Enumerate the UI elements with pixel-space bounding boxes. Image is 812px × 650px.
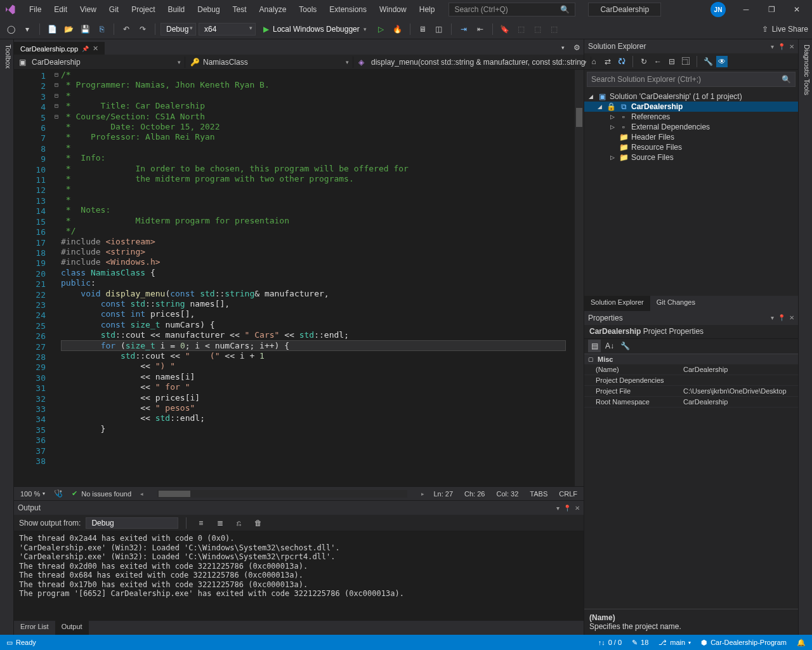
new-project-icon[interactable]: 📄 — [45, 22, 59, 36]
maximize-button[interactable]: ❐ — [759, 1, 784, 18]
props-row[interactable]: Project FileC:\Users\jkrbn\OneDrive\Desk… — [584, 386, 798, 397]
nav-project-dropdown[interactable]: ▣ CarDealership — [14, 56, 185, 68]
issues-indicator[interactable]: ✔ No issues found — [72, 489, 131, 498]
solution-tree[interactable]: ◢ ▣ Solution 'CarDealership' (1 of 1 pro… — [584, 89, 798, 296]
status-crlf[interactable]: CRLF — [559, 490, 577, 498]
tree-node-source-files[interactable]: ▷📁Source Files — [584, 152, 798, 162]
editor-hscroll[interactable] — [157, 490, 407, 498]
output-text[interactable]: The thread 0x2a44 has exited with code 0… — [14, 531, 584, 621]
se-collapse-icon[interactable]: ⊟ — [666, 56, 678, 67]
search-input[interactable]: Search (Ctrl+Q) 🔍 — [449, 3, 575, 17]
platform-dropdown[interactable]: x64 — [199, 23, 256, 36]
se-tab-git-changes[interactable]: Git Changes — [650, 296, 702, 311]
props-pin-icon[interactable]: 📍 — [778, 314, 785, 321]
minimize-button[interactable]: ─ — [733, 1, 759, 18]
tabs-settings-icon[interactable]: ⚙ — [570, 41, 584, 55]
se-sync-icon[interactable]: 🗘 — [616, 56, 627, 67]
code-content[interactable]: /* * Programmer: Namias, Jhon Keneth Rya… — [61, 70, 575, 486]
se-close-icon[interactable]: ✕ — [789, 43, 794, 50]
status-bell[interactable]: 🔔 — [797, 639, 806, 647]
fold-column[interactable]: ⊟⊟⊟⊟⊟ — [52, 70, 61, 486]
editor-vscroll[interactable] — [575, 70, 584, 486]
status-char[interactable]: Ch: 26 — [464, 490, 485, 498]
props-row[interactable]: (Name)CarDealership — [584, 364, 798, 375]
output-btn1[interactable]: ≡ — [194, 516, 208, 530]
menu-extensions[interactable]: Extensions — [323, 3, 373, 17]
se-pin-icon[interactable]: 📍 — [778, 43, 785, 50]
output-btn4[interactable]: 🗑 — [251, 516, 265, 530]
status-changes[interactable]: ✎ 18 — [632, 639, 648, 647]
menu-test[interactable]: Test — [226, 3, 253, 17]
se-search-input[interactable]: Search Solution Explorer (Ctrl+;) 🔍 — [587, 72, 796, 87]
props-row[interactable]: Root NamespaceCarDealership — [584, 397, 798, 408]
step-icon[interactable]: ⇥ — [457, 22, 471, 36]
browser-icon[interactable]: 🖥 — [416, 22, 429, 36]
menu-analyze[interactable]: Analyze — [253, 3, 293, 17]
props-category[interactable]: ▢ Misc — [584, 354, 798, 364]
tabs-dropdown-icon[interactable]: ▾ — [556, 41, 570, 55]
nav-back-button[interactable]: ◯ — [4, 22, 18, 36]
props-cat-icon[interactable]: ▤ — [588, 340, 601, 352]
zoom-dropdown[interactable]: 100 % ▾ — [20, 490, 45, 498]
tree-project[interactable]: ◢ 🔒 ⧉ CarDealership — [584, 102, 798, 112]
se-showall-icon[interactable]: ⿹ — [680, 56, 691, 67]
bottom-tab-error-list[interactable]: Error List — [14, 621, 55, 635]
se-back-icon[interactable]: ← — [652, 56, 664, 67]
se-drop-icon[interactable]: ▾ — [771, 43, 774, 50]
se-preview-icon[interactable]: 👁 — [716, 56, 728, 67]
toolbox-strip[interactable]: Toolbox — [0, 39, 14, 635]
file-tab-active[interactable]: CarDealership.cpp 📌 ✕ — [14, 42, 105, 55]
menu-window[interactable]: Window — [373, 3, 413, 17]
outdent-icon[interactable]: ⇤ — [473, 22, 487, 36]
menu-edit[interactable]: Edit — [48, 3, 74, 17]
menu-help[interactable]: Help — [413, 3, 442, 17]
status-col[interactable]: Col: 32 — [496, 490, 518, 498]
se-properties-icon[interactable]: 🔧 — [702, 56, 714, 67]
menu-view[interactable]: View — [74, 3, 103, 17]
tree-node-references[interactable]: ▷▫References — [584, 112, 798, 122]
bookmark-next-icon[interactable]: ⬚ — [531, 22, 545, 36]
output-pin-icon[interactable]: 📍 — [563, 505, 571, 512]
menu-project[interactable]: Project — [125, 3, 161, 17]
bookmark-prev-icon[interactable]: ⬚ — [514, 22, 528, 36]
menu-git[interactable]: Git — [103, 3, 125, 17]
tree-solution[interactable]: ◢ ▣ Solution 'CarDealership' (1 of 1 pro… — [584, 91, 798, 102]
start-debugger-button[interactable]: ▶ Local Windows Debugger ▾ — [258, 23, 372, 35]
user-avatar[interactable]: JN — [710, 2, 726, 17]
props-az-icon[interactable]: A↓ — [603, 340, 616, 352]
code-editor[interactable]: 1234567891011121314151617181920212223242… — [14, 70, 584, 486]
diagnostics-strip[interactable]: Diagnostic Tools — [798, 39, 812, 635]
bottom-tab-output[interactable]: Output — [55, 621, 89, 635]
solution-name-label[interactable]: CarDealership — [588, 3, 661, 17]
status-branch[interactable]: ⎇ main ▾ — [658, 639, 691, 647]
bookmark-icon[interactable]: 🔖 — [498, 22, 512, 36]
menu-tools[interactable]: Tools — [292, 3, 323, 17]
props-close-icon[interactable]: ✕ — [789, 314, 794, 321]
pin-icon[interactable]: 📌 — [82, 46, 89, 52]
nav-class-dropdown[interactable]: 🔑 NamiasClass — [185, 56, 353, 68]
properties-subject[interactable]: CarDealership Project Properties — [584, 325, 798, 339]
tree-node-external-dependencies[interactable]: ▷▫External Dependencies — [584, 122, 798, 132]
se-refresh-icon[interactable]: ↻ — [638, 56, 650, 67]
props-drop-icon[interactable]: ▾ — [771, 314, 774, 321]
save-icon[interactable]: 💾 — [78, 22, 92, 36]
window-icon[interactable]: ◫ — [432, 22, 446, 36]
menu-debug[interactable]: Debug — [191, 3, 226, 17]
live-share-button[interactable]: ⇪ Live Share — [762, 25, 808, 34]
status-line[interactable]: Ln: 27 — [433, 490, 453, 498]
bookmark-clear-icon[interactable]: ⬚ — [547, 22, 561, 36]
close-tab-icon[interactable]: ✕ — [93, 44, 98, 53]
start-without-debug-icon[interactable]: ▷ — [374, 22, 388, 36]
output-btn3[interactable]: ⎌ — [232, 516, 246, 530]
undo-icon[interactable]: ↶ — [119, 22, 133, 36]
status-errors[interactable]: ↑↓ 0 / 0 — [598, 639, 622, 646]
tree-node-resource-files[interactable]: 📁Resource Files — [584, 142, 798, 152]
props-wrench-icon[interactable]: 🔧 — [619, 340, 631, 352]
props-row[interactable]: Project Dependencies — [584, 375, 798, 386]
output-source-dropdown[interactable]: Debug — [86, 517, 178, 529]
close-button[interactable]: ✕ — [784, 1, 809, 18]
output-close-icon[interactable]: ✕ — [575, 505, 580, 512]
output-btn2[interactable]: ≣ — [213, 516, 227, 530]
save-all-icon[interactable]: ⎘ — [95, 22, 108, 36]
health-icon[interactable]: 🩺 — [54, 489, 63, 498]
